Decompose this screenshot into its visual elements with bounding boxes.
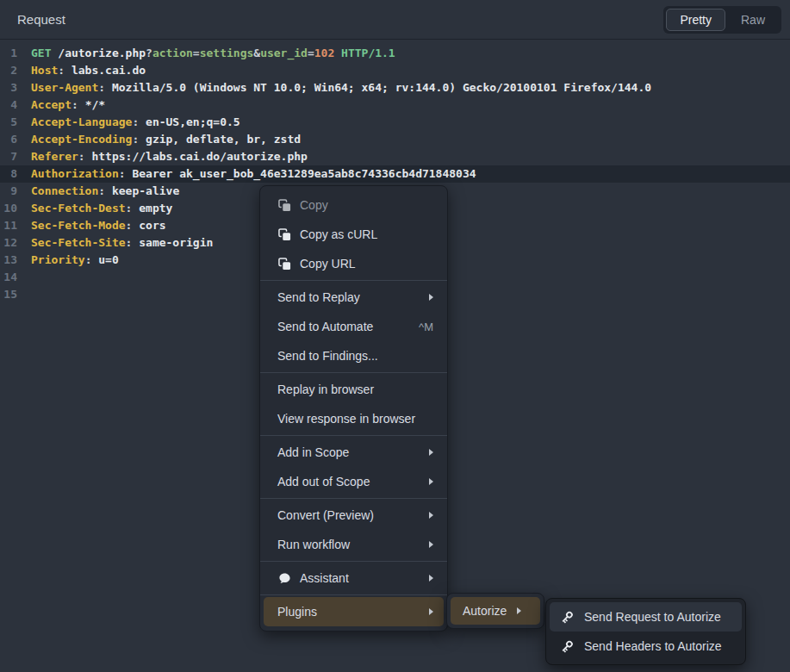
menu-item-assistant[interactable]: Assistant	[260, 563, 447, 593]
token-param: settings	[200, 47, 254, 59]
copy-icon	[277, 257, 291, 271]
submenu-arrow-icon	[429, 575, 433, 582]
line-number: 13	[0, 252, 17, 269]
token-method: GET	[31, 47, 51, 59]
token-punct: &	[253, 47, 260, 59]
request-line-3[interactable]: 3User-Agent: Mozilla/5.0 (Windows NT 10.…	[0, 79, 790, 96]
line-content: GET /autorize.php?action=settings&user_i…	[31, 45, 395, 62]
token-colon: :	[58, 64, 72, 77]
menu-item-send-to-replay[interactable]: Send to Replay	[260, 283, 447, 312]
panel-header: Request PrettyRaw	[0, 0, 790, 40]
token-hname: Sec-Fetch-Mode	[31, 219, 126, 232]
menu-item-replay-in-browser[interactable]: Replay in browser	[260, 375, 447, 404]
menu-item-autorize[interactable]: Autorize	[451, 597, 540, 625]
menu-group: CopyCopy as cURLCopy URL	[260, 190, 447, 278]
copy-icon	[277, 198, 291, 212]
key-icon	[560, 639, 574, 653]
line-number: 11	[0, 217, 17, 234]
line-content: User-Agent: Mozilla/5.0 (Windows NT 10.0…	[31, 79, 651, 96]
request-line-7[interactable]: 7Referer: https://labs.cai.do/autorize.p…	[0, 148, 790, 165]
plugins-submenu: Autorize	[446, 593, 544, 629]
line-number: 7	[0, 148, 17, 165]
menu-item-label: Send Headers to Autorize	[584, 639, 731, 653]
menu-item-copy-as-curl[interactable]: Copy as cURL	[260, 220, 447, 249]
token-hval: Bearer ak_user_bob_46e31289ea5ab8c74336c…	[132, 167, 476, 180]
menu-item-plugins[interactable]: Plugins	[264, 597, 444, 626]
request-line-6[interactable]: 6Accept-Encoding: gzip, deflate, br, zst…	[0, 131, 790, 148]
view-mode-toggle: PrettyRaw	[663, 6, 781, 34]
menu-group: Send to ReplaySend to Automate^MSend to …	[260, 280, 447, 370]
menu-item-view-response-in-browser[interactable]: View response in browser	[260, 404, 447, 433]
menu-item-send-to-findings[interactable]: Send to Findings...	[260, 341, 447, 370]
request-line-4[interactable]: 4Accept: */*	[0, 96, 790, 114]
token-hval: same-origin	[139, 236, 213, 249]
token-colon: :	[72, 98, 85, 111]
menu-item-run-workflow[interactable]: Run workflow	[260, 530, 447, 559]
token-colon: :	[126, 202, 140, 215]
token-hname: Accept-Encoding	[31, 133, 132, 146]
line-number: 15	[0, 286, 17, 303]
menu-item-convert-preview[interactable]: Convert (Preview)	[260, 501, 447, 530]
line-number: 5	[0, 114, 17, 131]
menu-item-label: Send Request to Autorize	[584, 610, 731, 624]
submenu-arrow-icon	[517, 607, 521, 614]
token-colon: :	[126, 219, 140, 232]
menu-group: Convert (Preview)Run workflow	[260, 498, 447, 559]
token-hname: Connection	[31, 184, 98, 197]
submenu-arrow-icon	[429, 478, 433, 485]
request-line-1[interactable]: 1GET /autorize.php?action=settings&user_…	[0, 45, 790, 62]
menu-item-add-in-scope[interactable]: Add in Scope	[260, 438, 447, 467]
request-line-2[interactable]: 2Host: labs.cai.do	[0, 62, 790, 79]
token-hname: Priority	[31, 253, 85, 266]
menu-item-label: Copy	[300, 198, 433, 212]
line-content: Connection: keep-alive	[31, 183, 179, 200]
token-punct: ?	[146, 47, 152, 59]
line-content: Sec-Fetch-Mode: cors	[31, 217, 166, 234]
token-hname: Sec-Fetch-Site	[31, 236, 126, 249]
token-colon: :	[78, 150, 92, 163]
token-hname: Referer	[31, 150, 78, 163]
line-number: 2	[0, 62, 17, 79]
menu-group: Add in ScopeAdd out of Scope	[260, 435, 447, 496]
token-hname: User-Agent	[31, 81, 98, 94]
token-hname: Authorization	[31, 167, 119, 180]
view-mode-raw[interactable]: Raw	[727, 9, 779, 31]
menu-item-label: View response in browser	[277, 412, 433, 426]
menu-item-label: Replay in browser	[277, 383, 433, 396]
submenu-arrow-icon	[429, 449, 433, 456]
menu-item-add-out-of-scope[interactable]: Add out of Scope	[260, 467, 447, 496]
token-colon: :	[126, 236, 140, 249]
line-number: 9	[0, 183, 17, 200]
menu-group: Plugins	[260, 594, 447, 626]
menu-item-send-headers-to-autorize[interactable]: Send Headers to Autorize	[550, 632, 742, 661]
submenu-arrow-icon	[429, 294, 433, 301]
menu-item-send-request-to-autorize[interactable]: Send Request to Autorize	[550, 602, 742, 632]
request-line-5[interactable]: 5Accept-Language: en-US,en;q=0.5	[0, 114, 790, 131]
menu-item-label: Add out of Scope	[277, 475, 420, 488]
request-line-8[interactable]: 8Authorization: Bearer ak_user_bob_46e31…	[0, 165, 790, 183]
line-number: 14	[0, 269, 17, 286]
token-hval: gzip, deflate, br, zstd	[146, 133, 301, 146]
token-path: /autorize.php	[58, 47, 146, 59]
line-content: Sec-Fetch-Dest: empty	[31, 200, 172, 217]
token-hval: */*	[85, 98, 105, 111]
menu-item-label: Plugins	[277, 605, 420, 619]
token-hval: en-US,en;q=0.5	[146, 115, 240, 128]
line-content: Host: labs.cai.do	[31, 62, 146, 79]
token-hname: Host	[31, 64, 58, 77]
line-content: Priority: u=0	[31, 252, 119, 269]
token-colon: :	[98, 184, 112, 197]
submenu-arrow-icon	[429, 608, 433, 615]
menu-item-copy-url[interactable]: Copy URL	[260, 249, 447, 278]
menu-item-label: Convert (Preview)	[277, 508, 420, 522]
token-plain	[334, 47, 341, 59]
menu-item-send-to-automate[interactable]: Send to Automate^M	[260, 312, 447, 341]
menu-item-label: Add in Scope	[277, 445, 420, 459]
token-hval: cors	[139, 219, 165, 232]
token-version: HTTP/1.1	[341, 47, 395, 59]
line-content: Sec-Fetch-Site: same-origin	[31, 234, 213, 252]
menu-item-label: Copy URL	[300, 257, 433, 271]
view-mode-pretty[interactable]: Pretty	[666, 9, 725, 31]
menu-item-copy[interactable]: Copy	[260, 190, 447, 220]
token-hval: https://labs.cai.do/autorize.php	[91, 150, 307, 163]
